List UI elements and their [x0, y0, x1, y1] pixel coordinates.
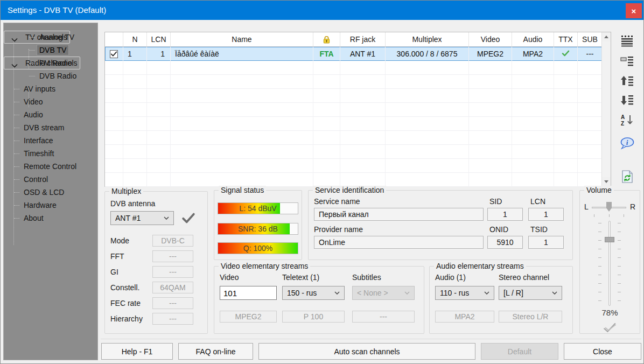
- teletext-select[interactable]: 150 - rus: [282, 286, 345, 300]
- table-row-empty: [105, 159, 611, 173]
- move-up-icon[interactable]: [618, 73, 637, 89]
- mux-field-label-mode: Mode: [110, 236, 151, 245]
- column-header-audio[interactable]: Audio: [512, 32, 554, 46]
- sidebar-item-dvb-tv[interactable]: DVB TV: [4, 44, 97, 57]
- sidebar-item-dvb-radio[interactable]: DVB Radio: [4, 69, 97, 82]
- column-header-lock[interactable]: [313, 32, 340, 46]
- sidebar-item-av-inputs[interactable]: AV inputs: [4, 82, 97, 95]
- empty-cell: [313, 103, 340, 116]
- empty-cell: [512, 145, 554, 158]
- empty-cell: [123, 173, 147, 186]
- faq-on-line-button[interactable]: FAQ on-line: [178, 343, 253, 360]
- scroll-up-button[interactable]: [602, 32, 611, 41]
- empty-cell: [171, 173, 313, 186]
- mux-field-row: FEC rate---: [110, 297, 202, 309]
- channel-checkbox[interactable]: [110, 50, 118, 58]
- empty-cell: [171, 131, 313, 144]
- empty-cell: [578, 159, 603, 172]
- sidebar-item-dvb-stream[interactable]: DVB stream: [4, 121, 97, 134]
- tree-connector: [14, 115, 19, 115]
- sidebar-item-about[interactable]: About: [4, 212, 97, 225]
- multiplex-group: Multiplex DVB antenna ANT #1 ModeDVB-CFF…: [104, 191, 208, 334]
- empty-cell: [340, 89, 386, 102]
- sidebar-item-interface[interactable]: Interface: [4, 134, 97, 147]
- sidebar-item-control[interactable]: Control: [4, 173, 97, 186]
- empty-cell: [469, 75, 512, 88]
- tree-connector: [29, 50, 35, 51]
- audio-streams-group: Audio elementary streams Audio (1) Stere…: [429, 266, 573, 334]
- edit-channel-icon[interactable]: [618, 53, 637, 69]
- column-header-video[interactable]: Video: [469, 32, 512, 46]
- empty-cell: [105, 117, 123, 130]
- volume-slider-track[interactable]: [608, 221, 611, 306]
- rescan-channels-icon[interactable]: [618, 169, 637, 185]
- onid-value: 5910: [487, 236, 523, 249]
- tree-connector: [29, 76, 35, 76]
- video-pid-input[interactable]: [220, 286, 277, 300]
- sidebar-item-fm-radio[interactable]: FM Radio: [4, 57, 97, 69]
- default-button: Default: [481, 343, 558, 360]
- empty-cell: [554, 117, 578, 130]
- channel-list-icon[interactable]: [618, 33, 637, 49]
- table-row-channel[interactable]: 11Ïåðâûé êàíàëFTAANT #1306.000 / 8 / 687…: [105, 47, 611, 61]
- channel-table-body: 11Ïåðâûé êàíàëFTAANT #1306.000 / 8 / 687…: [105, 47, 611, 187]
- tree-connector: [14, 141, 19, 141]
- empty-cell: [147, 159, 171, 172]
- sort-az-icon[interactable]: AZ: [618, 112, 637, 128]
- sidebar-item-audio[interactable]: Audio: [4, 108, 97, 121]
- sidebar-item-timeshift[interactable]: Timeshift: [4, 147, 97, 160]
- empty-cell: [386, 159, 469, 172]
- mux-field-label-hierarchy: Hierarchy: [110, 314, 151, 323]
- settings-tree: TV channelsAnalog TVDVB TVRadio channels…: [4, 31, 97, 225]
- table-scrollbar[interactable]: [601, 32, 611, 186]
- column-header-lcn[interactable]: LCN: [147, 32, 171, 46]
- auto-scan-channels-button[interactable]: Auto scan channels: [258, 343, 475, 360]
- empty-cell: [123, 117, 147, 130]
- close-button[interactable]: Close: [564, 343, 641, 360]
- table-row-empty: [105, 89, 611, 103]
- column-header-sub[interactable]: SUB: [578, 32, 603, 46]
- empty-cell: [313, 173, 340, 186]
- column-header-check[interactable]: [105, 32, 123, 46]
- mux-field-row: FFT---: [110, 250, 202, 262]
- help-f1-button[interactable]: Help - F1: [101, 343, 173, 360]
- mux-field-label-fft: FFT: [110, 252, 151, 261]
- sidebar-item-osd-lcd[interactable]: OSD & LCD: [4, 186, 97, 199]
- balance-slider-ticks: [594, 214, 624, 217]
- sidebar-item-remote-control[interactable]: Remote Control: [4, 160, 97, 173]
- sidebar-item-video[interactable]: Video: [4, 95, 97, 108]
- column-header-rf-jack[interactable]: RF jack: [340, 32, 386, 46]
- move-down-icon[interactable]: [618, 92, 637, 108]
- sidebar-item-label: DVB Radio: [37, 71, 79, 81]
- empty-cell: [340, 145, 386, 158]
- empty-cell: [469, 173, 512, 186]
- empty-cell: [578, 173, 603, 186]
- channel-info-icon[interactable]: i: [618, 135, 637, 151]
- column-header-multiplex[interactable]: Multiplex: [386, 32, 469, 46]
- channel-table-header: NLCNName RF jackMultiplexVideoAudioTTXSU…: [105, 32, 611, 47]
- volume-apply-check-icon: [580, 322, 640, 333]
- column-header-name[interactable]: Name: [171, 32, 313, 46]
- volume-slider-thumb[interactable]: [605, 237, 614, 242]
- stereo-channel-select[interactable]: [L / R]: [499, 286, 562, 300]
- empty-cell: [469, 103, 512, 116]
- sidebar-item-analog-tv[interactable]: Analog TV: [4, 31, 97, 44]
- table-row-empty: [105, 103, 611, 117]
- close-button[interactable]: ×: [626, 3, 642, 18]
- audio-select[interactable]: 110 - rus: [435, 286, 494, 300]
- dvb-antenna-select[interactable]: ANT #1: [110, 211, 174, 225]
- signal-status-group: Signal status L: 54 dBuVSNR: 36 dBQ: 100…: [214, 190, 302, 260]
- empty-cell: [578, 61, 603, 74]
- scroll-down-button[interactable]: [602, 177, 611, 186]
- sid-label: SID: [489, 197, 502, 206]
- table-row-empty: [105, 131, 611, 145]
- empty-cell: [386, 117, 469, 130]
- empty-cell: [123, 103, 147, 116]
- balance-slider-thumb[interactable]: [606, 202, 612, 212]
- column-header-ttx[interactable]: TTX: [554, 32, 578, 46]
- sidebar-item-hardware[interactable]: Hardware: [4, 199, 97, 212]
- empty-cell: [469, 117, 512, 130]
- provider-name-label: Provider name: [314, 225, 363, 234]
- empty-cell: [171, 145, 313, 158]
- column-header-n[interactable]: N: [123, 32, 147, 46]
